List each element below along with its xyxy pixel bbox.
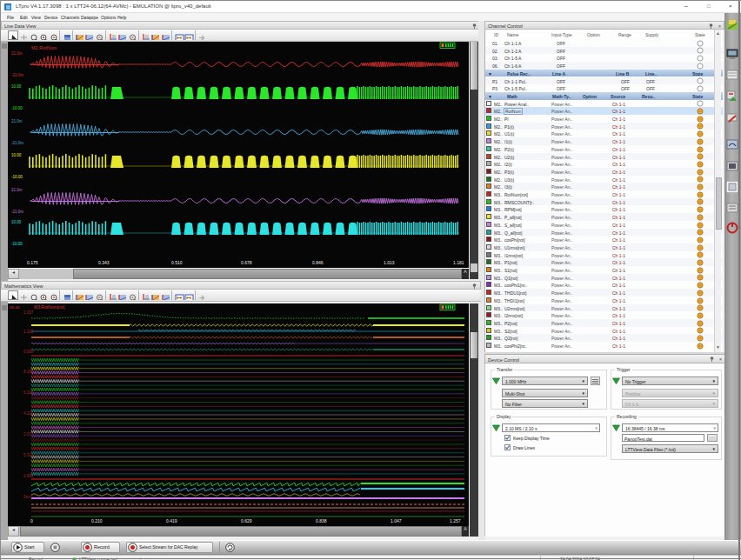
svg-text:xx.xx: xx.xx xyxy=(10,304,20,310)
svg-text:0: 0 xyxy=(30,518,33,523)
svg-text:0.343: 0.343 xyxy=(98,260,110,265)
svg-text:21.0m: 21.0m xyxy=(11,188,23,192)
svg-text:-10.00: -10.00 xyxy=(11,175,23,179)
svg-text:1.013: 1.013 xyxy=(384,260,395,265)
svg-text:0.629: 0.629 xyxy=(241,518,252,523)
svg-text:-10.00: -10.00 xyxy=(11,242,23,246)
svg-text:4.102: 4.102 xyxy=(23,411,34,416)
svg-text:10.00: 10.00 xyxy=(11,220,22,224)
svg-text:0.000: 0.000 xyxy=(23,350,34,354)
svg-text:0e+0: 0e+0 xyxy=(23,495,33,499)
svg-text:0.175: 0.175 xyxy=(27,260,38,265)
svg-text:10.00: 10.00 xyxy=(11,84,22,89)
svg-text:5.312: 5.312 xyxy=(23,453,34,457)
svg-text:-21.0m: -21.0m xyxy=(11,73,23,77)
svg-text:0.419: 0.419 xyxy=(166,518,177,523)
svg-text:1.181: 1.181 xyxy=(453,260,464,265)
svg-text:0.678: 0.678 xyxy=(241,260,252,265)
svg-text:1.047: 1.047 xyxy=(391,518,402,523)
svg-text:6.126: 6.126 xyxy=(23,390,34,395)
svg-text:0.838: 0.838 xyxy=(316,518,327,523)
svg-text:0.210: 0.210 xyxy=(91,518,103,523)
svg-text:-10.00: -10.00 xyxy=(11,106,23,110)
svg-text:8.151: 8.151 xyxy=(23,370,34,374)
svg-text:2.656: 2.656 xyxy=(23,474,34,478)
svg-text:M3:RotNum[rot]: M3:RotNum[rot] xyxy=(34,304,65,310)
svg-text:0.846: 0.846 xyxy=(312,260,324,265)
svg-text:-21.0m: -21.0m xyxy=(11,210,23,214)
svg-text:2.077: 2.077 xyxy=(23,432,34,437)
svg-text:M2:RotNum: M2:RotNum xyxy=(31,45,57,50)
svg-text:2.207: 2.207 xyxy=(23,310,34,315)
svg-text:0.510: 0.510 xyxy=(171,260,183,265)
svg-text:21.0m: 21.0m xyxy=(11,119,23,123)
svg-text:1.103: 1.103 xyxy=(23,330,34,334)
svg-text:1.257: 1.257 xyxy=(450,518,461,523)
svg-text:10.00: 10.00 xyxy=(11,153,22,157)
svg-text:-21.0m: -21.0m xyxy=(11,141,23,145)
svg-text:21.0m: 21.0m xyxy=(11,51,23,56)
